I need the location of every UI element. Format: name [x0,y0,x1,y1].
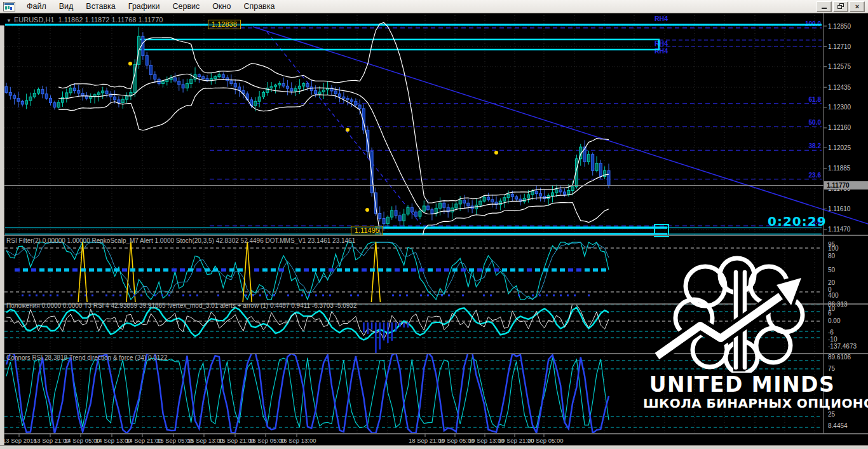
price-axis-label: 1.12850 [828,23,851,30]
menu-item-5[interactable]: Окно [206,1,237,13]
menu-item-1[interactable]: Вид [53,1,80,13]
fib-label: 61.8 [809,96,822,103]
menu: ФайлВидВставкаГрафикиСервисОкноСправка [20,0,281,13]
pivot-label: RH4 [654,39,668,47]
bid-price-badge: 1.11770 [824,181,868,190]
indicator-scale-label: 8.4454 [828,422,848,429]
price-axis-label: 1.12435 [828,84,851,91]
price-tag-low: 1.11495 [351,226,383,235]
menu-bar: ФайлВидВставкаГрафикиСервисОкноСправка × [0,0,868,13]
fib-label: 100.0 [805,20,821,27]
fib-label: 23.6 [809,172,822,179]
time-axis-label: 13 Sep 2016 [3,437,37,444]
indicator-label-1: RSI Filter(2) 0.00000 1.00000 RenkoScalp… [6,237,355,244]
chart-title: ▼EURUSD,H11.11862 1.11872 1.11768 1.1177… [6,16,163,24]
indicator-scale-label: 25 [828,411,836,418]
watermark-title: UNITED MINDS [643,374,841,396]
price-axis-label: 1.12300 [828,104,851,111]
price-axis-label: 1.12575 [828,63,851,70]
window-frame-left [0,25,4,449]
bid-price-label: 1.11770 [827,182,850,189]
menu-item-0[interactable]: Файл [20,1,53,13]
close-button[interactable]: × [850,1,865,12]
chart-area[interactable]: 100.061.850.038.223.60.0RH4RH4RH41.12850… [0,13,868,445]
symbol-label: EURUSD,H1 [14,16,55,24]
time-axis-label: 20 Sep 05:00 [527,437,564,444]
window-frame-bottom [0,445,868,449]
minimize-icon [822,8,827,9]
fib-label: 38.2 [809,142,822,149]
menu-item-2[interactable]: Вставка [79,1,121,13]
watermark-subtitle: ШКОЛА БИНАРНЫХ ОПЦИОНОВ [643,396,841,411]
chart-window-icon [3,2,15,11]
fib-label: 50.0 [809,119,822,126]
restore-button[interactable] [833,1,848,12]
close-icon: × [850,2,864,11]
time-axis-label: 16 Sep 13:00 [280,437,316,444]
mt4-window: ФайлВидВставкаГрафикиСервисОкноСправка ×… [0,0,868,449]
price-axis-label: 1.11885 [828,165,851,172]
watermark: UNITED MINDS ШКОЛА БИНАРНЫХ ОПЦИОНОВ [643,254,841,411]
price-axis-label: 1.12160 [828,124,851,131]
pivot-label: RH4 [654,47,668,55]
price-axis-label: 1.11470 [828,226,851,233]
pivot-label: RH4 [654,15,668,22]
price-axis-label: 1.12025 [828,144,851,151]
brain-logo-icon [643,254,841,373]
restore-icon [837,3,844,9]
chevron-down-icon[interactable]: ▼ [6,18,11,24]
price-axis-label: 1.11610 [828,205,851,212]
menu-item-6[interactable]: Справка [237,1,281,13]
indicator-label-2: Положения 0.0000 0.0000 T3 RSI 4 42.9385… [6,302,356,309]
window-controls: × [817,1,865,12]
menu-item-4[interactable]: Сервис [166,1,207,13]
expiry-timer: 0:20:29 [768,214,827,229]
minimize-button[interactable] [817,1,832,12]
ohlc-quotes: 1.11862 1.11872 1.11768 1.11770 [58,16,163,24]
indicator-scale-label: 100 [828,245,839,252]
menu-item-3[interactable]: Графики [122,1,166,13]
price-tag-high: 1.12838 [208,20,241,29]
indicator-label-3: Connors RSI 28.3818 Trend direction & fo… [6,354,167,361]
price-axis-label: 1.12710 [828,43,851,50]
